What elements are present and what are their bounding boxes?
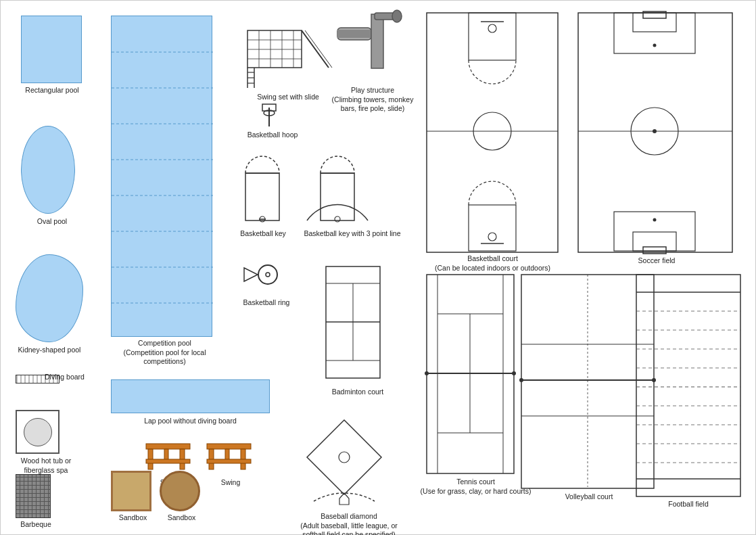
svg-line-26: [302, 30, 329, 68]
kidney-pool: [16, 254, 83, 342]
basketball-court-label: Basketball court (Can be located indoors…: [420, 254, 565, 273]
svg-rect-45: [321, 173, 354, 220]
svg-line-27: [305, 30, 332, 68]
swing2: [204, 440, 258, 479]
svg-point-49: [258, 265, 277, 284]
diving-board-label: Diving board: [45, 373, 99, 382]
bball-hoop-label: Basketball hoop: [239, 131, 306, 140]
lap-pool: [111, 379, 270, 413]
svg-rect-66: [469, 205, 516, 251]
swing-set-with-slide: [241, 10, 335, 93]
play-structure-label: Play structure (Climbing towers, monkey …: [325, 86, 420, 114]
basketball-court: [425, 11, 559, 255]
hot-tub: [16, 410, 60, 454]
kidney-pool-label: Kidney-shaped pool: [9, 346, 90, 355]
svg-rect-60: [427, 13, 558, 252]
bball-key-label: Basketball key: [229, 229, 297, 239]
svg-rect-74: [633, 13, 676, 32]
baseball-diamond: [293, 406, 398, 513]
oval-pool-label: Oval pool: [16, 217, 89, 227]
svg-point-64: [488, 24, 496, 32]
svg-rect-17: [207, 459, 251, 463]
baseball-label: Baseball diamond (Adult baseball, little…: [291, 512, 406, 535]
svg-rect-41: [245, 173, 279, 220]
football-label: Football field: [635, 500, 742, 509]
svg-point-67: [488, 233, 496, 241]
soccer-label: Soccer field: [596, 256, 717, 266]
svg-marker-48: [244, 268, 258, 281]
svg-rect-8: [146, 444, 190, 449]
football-field: [635, 273, 742, 499]
sandbox-square: [111, 471, 151, 511]
bball-ring-label: Basketball ring: [236, 298, 297, 308]
svg-point-72: [653, 129, 657, 133]
svg-rect-63: [469, 13, 516, 60]
sandbox-round: [160, 471, 200, 511]
lap-pool-label: Lap pool without diving board: [111, 417, 270, 426]
bball-key3-label: Basketball key with 3 point line: [298, 229, 406, 239]
barbeque-label: Barbeque: [9, 520, 63, 530]
swing2-label: Swing: [204, 478, 258, 488]
svg-point-50: [266, 273, 270, 277]
svg-rect-34: [337, 30, 371, 38]
sandbox-round-label: Sandbox: [156, 513, 207, 523]
svg-point-80: [653, 218, 657, 222]
oval-pool: [21, 126, 75, 214]
svg-rect-77: [633, 232, 676, 251]
badminton-label: Badminton court: [317, 388, 398, 397]
svg-marker-57: [307, 420, 381, 494]
barbeque: [16, 474, 51, 518]
svg-point-37: [392, 10, 402, 22]
sandbox-square-label: Sandbox: [108, 513, 158, 523]
play-structure: [334, 7, 415, 83]
competition-pool-label: Competition pool (Competition pool for l…: [105, 339, 224, 367]
svg-point-58: [339, 452, 350, 463]
soccer-field: [577, 11, 734, 255]
tennis-label: Tennis court (Use for grass, clay, or ha…: [417, 478, 535, 496]
basketball-key-3pt: [300, 146, 381, 229]
basketball-ring: [241, 254, 291, 300]
svg-rect-35: [371, 14, 383, 68]
svg-point-47: [335, 216, 340, 222]
volleyball-label: Volleyball court: [535, 492, 643, 502]
svg-rect-12: [146, 459, 190, 463]
hot-tub-inner: [24, 418, 52, 446]
rectangular-pool-label: Rectangular pool: [16, 86, 89, 95]
svg-point-79: [653, 44, 657, 47]
svg-rect-13: [207, 444, 251, 449]
svg-point-96: [519, 378, 523, 382]
main-page: Rectangular pool Oval pool Kidney-shaped…: [0, 0, 756, 535]
hot-tub-label: Wood hot tub or fiberglass spa: [9, 457, 83, 475]
svg-point-89: [425, 371, 429, 375]
tennis-court: [425, 273, 515, 476]
svg-point-90: [512, 371, 516, 375]
svg-rect-98: [636, 275, 740, 496]
basketball-hoop: [247, 101, 291, 129]
svg-rect-76: [614, 212, 695, 251]
svg-rect-73: [614, 13, 695, 53]
rectangular-pool: [21, 16, 82, 83]
basketball-key: [232, 146, 293, 229]
badminton-court: [323, 263, 390, 386]
competition-pool: [111, 16, 212, 337]
